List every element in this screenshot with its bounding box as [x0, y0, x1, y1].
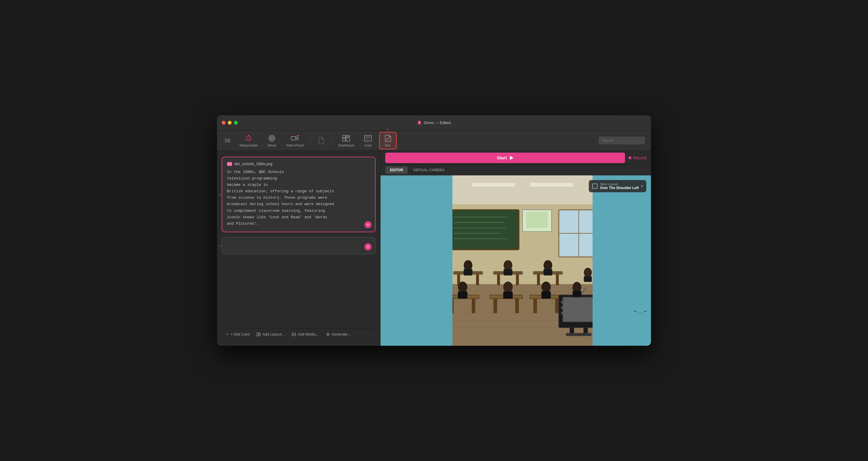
svg-rect-5 [227, 139, 230, 140]
svg-rect-81 [458, 292, 467, 299]
svg-point-67 [503, 260, 512, 270]
add-media-label: Add Media... [298, 332, 319, 336]
svg-rect-24 [386, 140, 389, 140]
dashboard-label: Dashboard [338, 143, 354, 147]
dashboard-tool[interactable]: Dashboard [335, 132, 357, 149]
svg-rect-6 [227, 140, 230, 141]
card-tool[interactable]: Card [359, 132, 377, 149]
add-card-button[interactable]: + + Add Card [226, 332, 249, 336]
traffic-lights [222, 121, 238, 125]
svg-point-11 [271, 137, 273, 139]
record-dot-icon [628, 156, 631, 159]
tabs-bar: EDITOR VIRTUAL CAMERA [380, 165, 651, 175]
toolbar-separator-2 [332, 135, 332, 146]
tab-editor[interactable]: EDITOR [385, 166, 408, 174]
shoot-label: Shoot [268, 143, 276, 147]
slide-classroom-image [453, 175, 593, 346]
svg-rect-7 [227, 141, 230, 142]
slide-layout-name: Over The Shoulder Left [600, 186, 639, 190]
card-1-add-button[interactable]: + [365, 221, 372, 228]
svg-rect-98 [572, 291, 581, 297]
minimize-button[interactable] [228, 121, 231, 125]
window-title-area: Demo — Edited [417, 121, 451, 125]
file-icon [317, 137, 325, 145]
svg-point-13 [298, 135, 299, 136]
svg-rect-47 [526, 211, 548, 228]
tab-virtual-camera[interactable]: VIRTUAL CAMERA [408, 166, 449, 174]
toolbar-main-group: Teleprompter Shoot [236, 132, 307, 149]
toolbar-right [598, 137, 645, 144]
doc-title-icon [417, 121, 422, 125]
window-title: Demo — Edited [424, 121, 451, 125]
slide-layout-badge[interactable]: Slide Layout Over The Shoulder Left ▾ [589, 180, 646, 192]
toolbar: Teleprompter Shoot [217, 130, 651, 151]
svg-rect-68 [503, 269, 512, 275]
video-pencil-tool[interactable]: Video Pencil [283, 132, 307, 149]
add-layout-button[interactable]: Add Layout... [256, 332, 285, 336]
close-button[interactable] [222, 121, 225, 125]
image-icon [227, 162, 232, 166]
generate-button[interactable]: Generate... [326, 332, 351, 336]
toolbar-separator-1 [310, 135, 310, 146]
svg-point-93 [561, 306, 564, 309]
teleprompter-tool[interactable]: Teleprompter [236, 132, 261, 149]
svg-rect-34 [472, 183, 515, 187]
svg-rect-20 [365, 138, 369, 139]
slide-left-background [380, 175, 453, 346]
play-button-2[interactable]: ▷ [220, 244, 222, 247]
dashboard-icon [342, 134, 350, 142]
doc-tool[interactable]: ↓ Doc [379, 132, 397, 150]
media-icon [292, 332, 296, 336]
svg-rect-17 [346, 137, 350, 141]
svg-point-99 [584, 268, 592, 277]
generate-icon [326, 332, 330, 336]
file-tool[interactable] [314, 135, 328, 146]
card-2: ▷ + [222, 237, 376, 255]
svg-rect-70 [544, 269, 552, 275]
start-button[interactable]: Start [385, 153, 625, 163]
left-panel-spacer [222, 259, 376, 324]
shoot-tool[interactable]: Shoot [263, 132, 281, 149]
play-button-1[interactable]: ▷ [220, 193, 222, 196]
card-1-header: bbc_schools_1980s.png [227, 162, 370, 166]
slide-layout-text: Slide Layout Over The Shoulder Left [600, 183, 639, 190]
app-window: Demo — Edited [217, 115, 651, 346]
svg-rect-64 [556, 274, 559, 285]
svg-rect-28 [259, 333, 260, 334]
start-label: Start [497, 155, 507, 160]
right-panel: Start Record EDITOR VIRTUAL CAMERA [380, 151, 651, 346]
video-pencil-label: Video Pencil [286, 143, 304, 147]
svg-rect-22 [386, 138, 390, 139]
maximize-button[interactable] [234, 121, 238, 125]
svg-rect-2 [418, 122, 420, 123]
teleprompter-icon [244, 134, 253, 142]
svg-rect-79 [555, 298, 559, 313]
svg-point-80 [458, 282, 467, 292]
svg-rect-100 [584, 276, 592, 282]
video-pencil-icon [291, 134, 299, 142]
svg-point-84 [541, 282, 551, 292]
card-2-add-button[interactable]: + [365, 243, 372, 250]
generate-label: Generate... [332, 332, 351, 336]
svg-rect-4 [225, 139, 227, 143]
svg-rect-66 [464, 269, 472, 275]
add-media-button[interactable]: Add Media... [292, 332, 319, 336]
tab-virtual-camera-label: VIRTUAL CAMERA [413, 168, 444, 172]
bottom-toolbar: + + Add Card Add Layout... [222, 328, 376, 340]
svg-rect-75 [494, 298, 497, 313]
svg-rect-21 [365, 139, 370, 140]
search-input[interactable] [598, 137, 645, 144]
svg-rect-73 [472, 298, 475, 313]
record-button[interactable]: Record [628, 156, 646, 160]
card-icon [364, 134, 372, 142]
svg-rect-37 [453, 210, 519, 250]
sidebar-toggle-button[interactable] [223, 136, 232, 145]
svg-point-65 [464, 260, 472, 270]
play-icon [510, 156, 514, 160]
svg-rect-33 [453, 175, 593, 204]
svg-rect-29 [259, 335, 260, 336]
svg-rect-83 [503, 292, 513, 299]
add-card-icon: + [226, 332, 229, 336]
svg-rect-91 [566, 333, 591, 336]
tab-editor-label: EDITOR [390, 168, 403, 172]
